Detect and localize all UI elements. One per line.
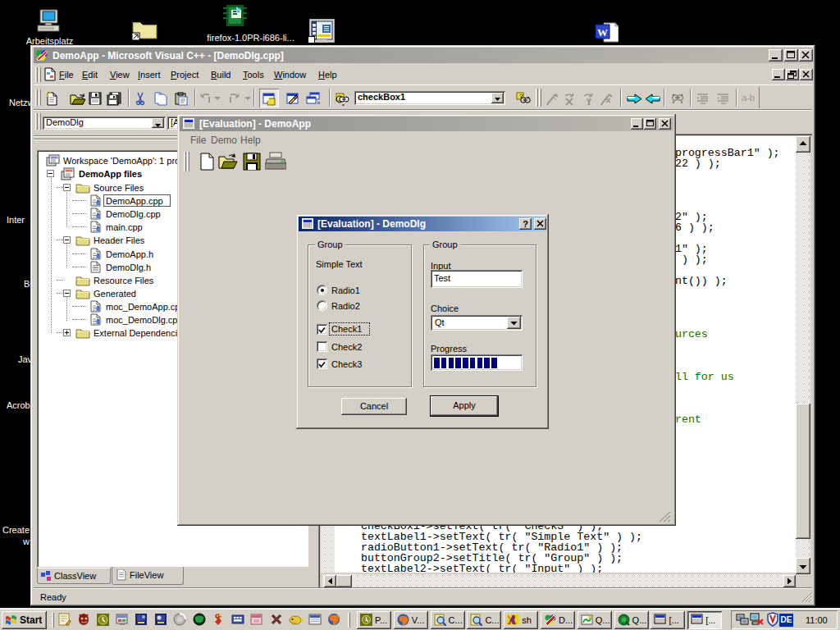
- svg-text:W: W: [597, 26, 608, 39]
- svg-text:?: ?: [523, 219, 528, 229]
